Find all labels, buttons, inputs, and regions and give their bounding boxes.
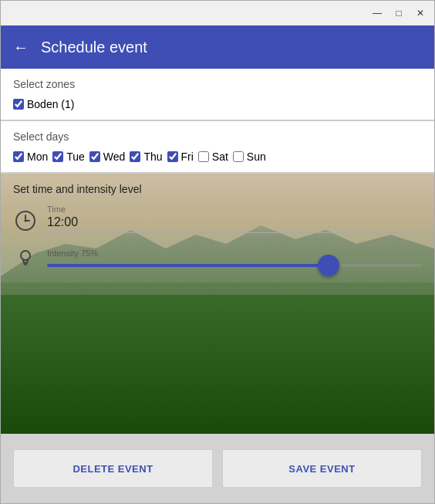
app-window: — □ ✕ ← Schedule event Select zones Bode… <box>0 0 435 504</box>
footer-actions: DELETE EVENT SAVE EVENT <box>1 434 434 503</box>
day-mon-label: Mon <box>27 151 48 163</box>
app-header: ← Schedule event <box>1 25 434 69</box>
svg-point-4 <box>21 251 30 260</box>
time-section-title: Set time and intensity level <box>13 183 422 195</box>
day-sun-checkbox[interactable] <box>233 151 244 162</box>
clock-icon <box>13 208 38 233</box>
time-label: Time <box>47 205 422 214</box>
day-sat-label: Sat <box>212 151 228 163</box>
day-thu-label: Thu <box>143 151 162 163</box>
day-sat-checkbox[interactable] <box>198 151 209 162</box>
day-wed-checkbox[interactable] <box>89 151 100 162</box>
intensity-slider-group: Intensity 75% <box>47 249 422 267</box>
day-wed[interactable]: Wed <box>89 151 126 163</box>
page-title: Schedule event <box>41 39 147 56</box>
day-thu-checkbox[interactable] <box>130 151 140 162</box>
day-fri[interactable]: Fri <box>167 151 194 163</box>
day-mon-checkbox[interactable] <box>13 151 24 162</box>
time-field[interactable]: Time 12:00 <box>47 205 422 233</box>
day-fri-checkbox[interactable] <box>167 151 178 162</box>
day-tue-checkbox[interactable] <box>52 151 63 162</box>
svg-point-3 <box>25 220 27 222</box>
day-tue-label: Tue <box>66 151 85 163</box>
day-tue[interactable]: Tue <box>52 151 85 163</box>
minimize-button[interactable]: — <box>369 5 385 21</box>
day-thu[interactable]: Thu <box>130 151 162 163</box>
intensity-label: Intensity 75% <box>47 249 422 258</box>
zones-list: Boden (1) <box>13 98 422 110</box>
day-wed-label: Wed <box>103 151 126 163</box>
slider-thumb[interactable] <box>318 255 339 276</box>
intensity-slider[interactable] <box>47 264 422 267</box>
day-sun-label: Sun <box>247 151 266 163</box>
maximize-button[interactable]: □ <box>391 5 406 21</box>
delete-event-button[interactable]: DELETE EVENT <box>13 449 213 488</box>
window-controls: — □ ✕ <box>369 5 428 21</box>
day-mon[interactable]: Mon <box>13 151 48 163</box>
bulb-icon <box>13 245 38 270</box>
back-button[interactable]: ← <box>13 39 29 56</box>
time-intensity-section: Set time and intensity level Time 12:0 <box>1 174 434 282</box>
close-button[interactable]: ✕ <box>413 5 428 21</box>
zones-title: Select zones <box>13 78 422 90</box>
intensity-row: Intensity 75% <box>13 245 422 270</box>
zone-boden-label: Boden (1) <box>27 98 74 110</box>
day-fri-label: Fri <box>181 151 194 163</box>
day-sun[interactable]: Sun <box>233 151 266 163</box>
day-sat[interactable]: Sat <box>198 151 228 163</box>
time-value: 12:00 <box>47 215 78 228</box>
days-title: Select days <box>13 130 422 143</box>
title-bar: — □ ✕ <box>1 1 434 25</box>
zones-section: Select zones Boden (1) <box>1 69 434 120</box>
days-section: Select days Mon Tue Wed Thu <box>1 121 434 172</box>
days-list: Mon Tue Wed Thu Fri <box>13 151 422 163</box>
zone-boden-checkbox[interactable] <box>13 99 24 110</box>
background-section: Set time and intensity level Time 12:0 <box>1 174 434 434</box>
slider-fill <box>47 264 329 267</box>
time-row: Time 12:00 <box>13 205 422 233</box>
zone-boden[interactable]: Boden (1) <box>13 98 74 110</box>
main-content: Select zones Boden (1) Select days Mon T… <box>1 69 434 503</box>
save-event-button[interactable]: SAVE EVENT <box>222 449 422 488</box>
